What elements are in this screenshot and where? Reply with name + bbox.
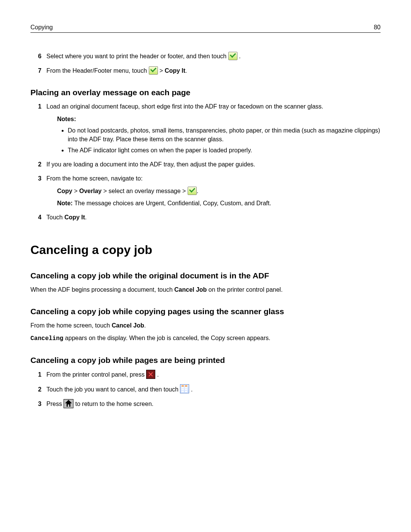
overlay-step-2: 2 If you are loading a document into the…	[38, 160, 381, 169]
text-bold: Cancel Job	[112, 322, 144, 329]
notes-label: Notes:	[57, 115, 381, 123]
step-text-end: .	[239, 53, 241, 59]
step-6: 6 Select where you want to print the hea…	[38, 52, 381, 61]
note-label: Note:	[57, 200, 74, 206]
step-text: Touch	[46, 214, 64, 220]
notes-list: Do not load postcards, photos, small ite…	[68, 126, 381, 155]
overlay-step-4: 4 Touch Copy It.	[38, 213, 381, 222]
step-number: 1	[38, 102, 41, 111]
step-text: From the home screen, navigate to:	[46, 175, 143, 182]
step-text-end: .	[157, 371, 159, 378]
overlay-step-3: 3 From the home screen, navigate to: Cop…	[38, 174, 381, 208]
step-number: 1	[38, 370, 41, 379]
page-header: Copying 80	[30, 23, 381, 33]
step-text: If you are loading a document into the A…	[46, 161, 255, 168]
heading-cancel: Canceling a copy job	[30, 241, 381, 259]
step-text: Press	[46, 401, 64, 407]
cancel-step-3: 3 Press to return to the home screen.	[38, 399, 381, 409]
checkmark-icon	[228, 52, 237, 60]
step-text-sep: >	[159, 67, 165, 74]
note-line: Note: The message choices are Urgent, Co…	[57, 199, 381, 208]
note-bullet: Do not load postcards, photos, small ite…	[68, 126, 381, 144]
text: on the printer control panel.	[207, 286, 282, 293]
checkmark-icon	[149, 66, 158, 75]
path-sep: >	[72, 188, 79, 194]
step-text: From the printer control panel, press	[46, 371, 146, 378]
step-text: Load an original document faceup, short …	[46, 103, 323, 110]
heading-cancel-printing: Canceling a copy job while pages are bei…	[30, 355, 381, 366]
heading-cancel-glass: Canceling a copy job while copying pages…	[30, 306, 381, 317]
text: When the ADF begins processing a documen…	[30, 286, 174, 293]
heading-overlay: Placing an overlay message on each page	[30, 87, 381, 98]
step-number: 2	[38, 385, 41, 394]
text: appears on the display. When the job is …	[63, 335, 270, 341]
note-text: The message choices are Urgent, Confiden…	[74, 200, 271, 206]
step-text-end: .	[85, 214, 86, 220]
text-mono: Canceling	[30, 335, 63, 342]
step-text-bold: Copy It	[64, 214, 85, 220]
path-bold: Overlay	[79, 188, 102, 194]
delete-jobs-icon	[180, 384, 189, 393]
step-number: 7	[38, 66, 41, 75]
step-text-end: .	[185, 67, 187, 74]
text-bold: Cancel Job	[174, 286, 207, 293]
step-text-end: to return to the home screen.	[75, 401, 153, 407]
step-text-end: .	[191, 386, 193, 393]
heading-cancel-adf: Canceling a copy job while the original …	[30, 270, 381, 281]
note-bullet: The ADF indicator light comes on when th…	[68, 146, 381, 155]
cancel-icon	[146, 370, 155, 379]
checkmark-icon	[188, 187, 197, 195]
home-icon	[64, 399, 73, 408]
text: .	[144, 322, 146, 329]
step-text: Touch the job you want to cancel, and th…	[46, 386, 180, 393]
header-page-number: 80	[374, 23, 381, 32]
cancel-step-2: 2 Touch the job you want to cancel, and …	[38, 385, 381, 395]
step-number: 3	[38, 174, 41, 183]
step-text: From the Header/Footer menu, touch	[46, 67, 149, 74]
cancel-glass-line2: Canceling appears on the display. When t…	[30, 334, 381, 343]
step-text-bold: Copy It	[165, 67, 185, 74]
step-number: 6	[38, 52, 41, 61]
path-bold: Copy	[57, 188, 72, 194]
step-number: 3	[38, 399, 41, 408]
cancel-printing-steps: 1 From the printer control panel, press …	[30, 370, 381, 409]
step-7: 7 From the Header/Footer menu, touch > C…	[38, 66, 381, 75]
overlay-step-1: 1 Load an original document faceup, shor…	[38, 102, 381, 155]
cancel-adf-text: When the ADF begins processing a documen…	[30, 285, 381, 294]
nav-path: Copy > Overlay > select an overlay messa…	[57, 187, 381, 196]
step-number: 2	[38, 160, 41, 169]
overlay-steps: 1 Load an original document faceup, shor…	[30, 102, 381, 222]
path-end: .	[197, 188, 198, 194]
header-section: Copying	[30, 23, 53, 32]
step-number: 4	[38, 213, 41, 222]
continuation-steps: 6 Select where you want to print the hea…	[30, 52, 381, 75]
step-text: Select where you want to print the heade…	[46, 53, 228, 59]
text: From the home screen, touch	[30, 322, 112, 329]
cancel-glass-line1: From the home screen, touch Cancel Job.	[30, 321, 381, 330]
path-text: > select an overlay message >	[102, 188, 188, 194]
cancel-step-1: 1 From the printer control panel, press …	[38, 370, 381, 380]
